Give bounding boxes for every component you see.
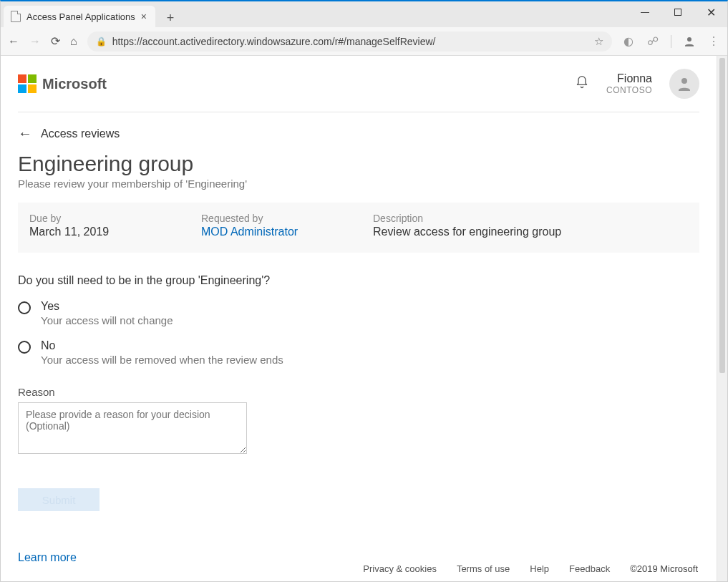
due-by-value: March 11, 2019 bbox=[29, 225, 201, 238]
page-footer: Privacy & cookies Terms of use Help Feed… bbox=[363, 563, 698, 574]
page-icon bbox=[11, 11, 21, 22]
submit-button[interactable]: Submit bbox=[18, 488, 100, 511]
option-no-desc: Your access will be removed when the rev… bbox=[41, 354, 283, 366]
svg-point-1 bbox=[681, 78, 687, 84]
microsoft-logo-icon bbox=[18, 74, 37, 93]
maximize-button[interactable] bbox=[661, 1, 694, 23]
close-tab-icon[interactable]: × bbox=[141, 11, 147, 22]
tab-title: Access Panel Applications bbox=[26, 11, 135, 22]
minimize-button[interactable]: — bbox=[628, 1, 661, 23]
user-org: CONTOSO bbox=[606, 85, 652, 95]
radio-no[interactable] bbox=[18, 341, 31, 354]
user-block[interactable]: Fionna CONTOSO bbox=[606, 72, 652, 96]
avatar[interactable] bbox=[669, 69, 699, 99]
footer-terms-link[interactable]: Terms of use bbox=[457, 563, 510, 574]
option-yes-desc: Your access will not change bbox=[41, 314, 173, 326]
back-arrow-icon: ← bbox=[18, 125, 32, 142]
page-subtitle: Please review your membership of 'Engine… bbox=[18, 178, 699, 190]
footer-privacy-link[interactable]: Privacy & cookies bbox=[363, 563, 437, 574]
user-name: Fionna bbox=[606, 72, 652, 85]
option-yes[interactable]: Yes Your access will not change bbox=[18, 300, 699, 326]
new-tab-button[interactable]: + bbox=[161, 9, 180, 27]
vertical-scrollbar[interactable] bbox=[717, 56, 727, 581]
titlebar: Access Panel Applications × + — ✕ bbox=[1, 1, 727, 27]
option-no[interactable]: No Your access will be removed when the … bbox=[18, 339, 699, 366]
requested-by-link[interactable]: MOD Administrator bbox=[201, 225, 373, 238]
close-window-button[interactable]: ✕ bbox=[694, 1, 727, 23]
viewport: Microsoft Fionna CONTOSO bbox=[1, 56, 727, 581]
reason-input[interactable] bbox=[18, 402, 247, 454]
toolbar-divider bbox=[671, 35, 671, 48]
browser-toolbar: ← → ⟳ ⌂ 🔒 https://account.activedirector… bbox=[1, 27, 727, 56]
home-icon[interactable]: ⌂ bbox=[70, 35, 77, 48]
radio-yes[interactable] bbox=[18, 301, 31, 314]
footer-help-link[interactable]: Help bbox=[530, 563, 549, 574]
page-title: Engineering group bbox=[18, 152, 699, 176]
microsoft-logo[interactable]: Microsoft bbox=[18, 74, 107, 93]
review-question: Do you still need to be in the group 'En… bbox=[18, 274, 699, 287]
bookmark-star-icon[interactable]: ☆ bbox=[594, 35, 603, 48]
profile-icon[interactable] bbox=[683, 35, 696, 48]
extension-icon-2[interactable]: ☍ bbox=[646, 35, 659, 48]
option-no-label: No bbox=[41, 339, 283, 352]
lock-icon: 🔒 bbox=[96, 37, 107, 47]
notifications-bell-icon[interactable] bbox=[575, 74, 589, 94]
learn-more-link[interactable]: Learn more bbox=[18, 551, 699, 564]
breadcrumb-back[interactable]: ← Access reviews bbox=[18, 125, 699, 142]
description-label: Description bbox=[373, 213, 688, 224]
reason-label: Reason bbox=[18, 386, 699, 398]
back-label: Access reviews bbox=[41, 127, 120, 140]
extension-icon[interactable]: ◐ bbox=[622, 35, 635, 48]
brand-name: Microsoft bbox=[42, 76, 107, 92]
kebab-menu-icon[interactable]: ⋮ bbox=[707, 35, 720, 48]
description-value: Review access for engineering group bbox=[373, 225, 688, 238]
browser-tab[interactable]: Access Panel Applications × bbox=[4, 6, 155, 27]
svg-point-0 bbox=[687, 37, 691, 42]
option-yes-label: Yes bbox=[41, 300, 173, 313]
toolbar-right-icons: ◐ ☍ ⋮ bbox=[622, 35, 720, 48]
footer-copyright: ©2019 Microsoft bbox=[630, 563, 698, 574]
back-icon[interactable]: ← bbox=[8, 35, 19, 48]
page-header: Microsoft Fionna CONTOSO bbox=[18, 69, 699, 112]
forward-icon[interactable]: → bbox=[29, 35, 41, 48]
page-content: Microsoft Fionna CONTOSO bbox=[1, 56, 717, 581]
footer-feedback-link[interactable]: Feedback bbox=[569, 563, 610, 574]
due-by-label: Due by bbox=[29, 213, 201, 224]
reload-icon[interactable]: ⟳ bbox=[51, 34, 60, 48]
scrollbar-thumb[interactable] bbox=[719, 58, 725, 373]
address-bar[interactable]: 🔒 https://account.activedirectory.window… bbox=[87, 31, 612, 52]
requested-by-label: Requested by bbox=[201, 213, 373, 224]
review-meta: Due by March 11, 2019 Requested by MOD A… bbox=[18, 203, 699, 253]
window-controls: — ✕ bbox=[628, 1, 727, 23]
browser-window: Access Panel Applications × + — ✕ ← → ⟳ … bbox=[0, 0, 728, 582]
url-text: https://account.activedirectory.windowsa… bbox=[112, 36, 588, 47]
